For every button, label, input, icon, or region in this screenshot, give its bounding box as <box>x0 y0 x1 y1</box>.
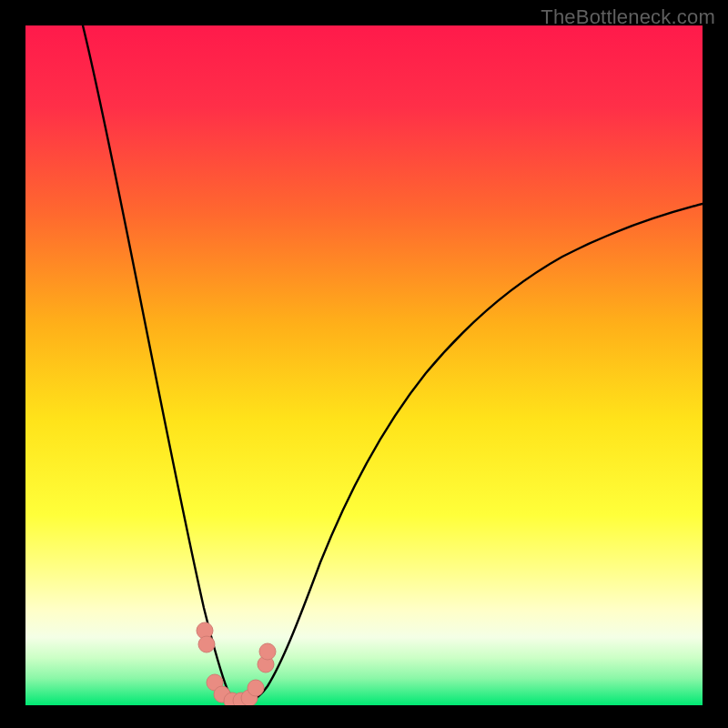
svg-point-2 <box>198 636 215 652</box>
chart-overlay <box>25 25 703 705</box>
trough-markers <box>197 622 276 705</box>
chart-frame: TheBottleneck.com <box>0 0 728 728</box>
svg-point-10 <box>259 643 276 660</box>
watermark-text: TheBottleneck.com <box>541 5 715 29</box>
bottleneck-curve <box>83 25 703 703</box>
plot-area <box>25 25 703 705</box>
svg-point-8 <box>248 680 264 696</box>
